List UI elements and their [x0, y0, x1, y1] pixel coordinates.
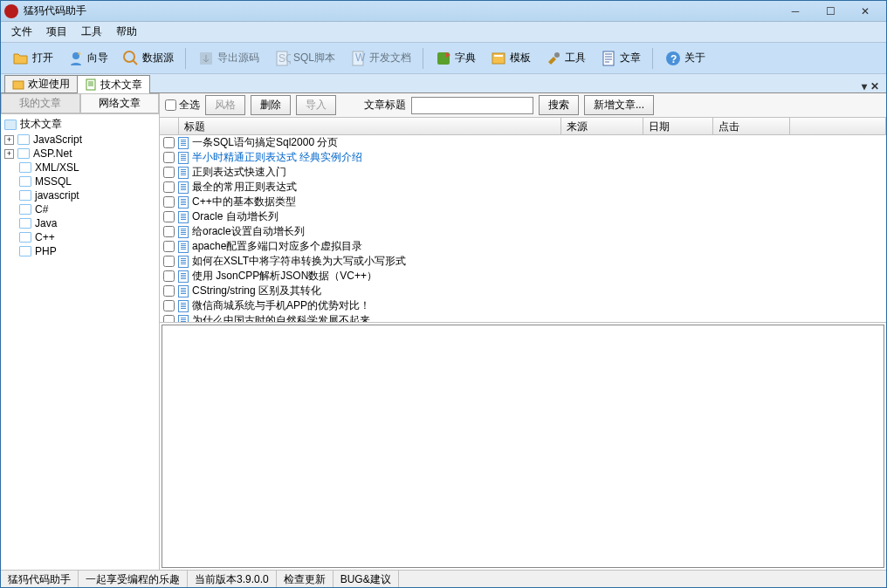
- minimize-button[interactable]: ─: [778, 2, 813, 21]
- row-checkbox[interactable]: [163, 285, 175, 297]
- document-tabs: 欢迎使用技术文章 ▾ ✕: [1, 74, 886, 93]
- search-button[interactable]: 搜索: [539, 95, 579, 115]
- article-row[interactable]: C++中的基本数据类型: [160, 195, 886, 209]
- article-row[interactable]: apache配置多端口对应多个虚拟目录: [160, 239, 886, 254]
- tree-node-javascript[interactable]: javascript: [3, 188, 157, 202]
- menu-项目[interactable]: 项目: [39, 22, 74, 42]
- article-row[interactable]: 一条SQL语句搞定Sql2000 分页: [160, 135, 886, 150]
- svg-text:W: W: [355, 51, 366, 64]
- expand-icon[interactable]: +: [4, 135, 14, 145]
- tabs-close-icon[interactable]: ✕: [870, 80, 879, 92]
- article-title: C++中的基本数据类型: [192, 195, 296, 209]
- lefttab-我的文章[interactable]: 我的文章: [1, 93, 80, 113]
- row-checkbox[interactable]: [163, 181, 175, 193]
- article-title: 微信商城系统与手机APP的优势对比！: [192, 298, 370, 313]
- tabs-dropdown-icon[interactable]: ▾: [862, 80, 867, 92]
- status-bar: 猛犸代码助手一起享受编程的乐趣当前版本3.9.0.0检查更新BUG&建议: [1, 570, 886, 587]
- col-check[interactable]: [160, 118, 179, 134]
- article-grid: 标题 来源 日期 点击 一条SQL语句搞定Sql2000 分页半小时精通正则表达…: [160, 118, 886, 323]
- tree-node-C#[interactable]: C#: [3, 202, 157, 216]
- datasource-button[interactable]: 数据源: [116, 46, 180, 71]
- close-button[interactable]: ✕: [848, 2, 883, 21]
- document-icon: [178, 211, 189, 223]
- article-row[interactable]: 半小时精通正则表达式 经典实例介绍: [160, 150, 886, 165]
- tree-node-ASP.Net[interactable]: +ASP.Net: [3, 147, 157, 161]
- select-all-checkbox[interactable]: 全选: [165, 98, 200, 113]
- svg-point-0: [72, 52, 79, 59]
- tools-button[interactable]: 工具: [539, 46, 592, 71]
- tree-node-XML/XSL[interactable]: XML/XSL: [3, 161, 157, 174]
- article-row[interactable]: 最全的常用正则表达式: [160, 180, 886, 195]
- document-icon: [178, 196, 189, 209]
- article-title: CString/string 区别及其转化: [192, 284, 321, 298]
- col-source[interactable]: 来源: [561, 118, 643, 134]
- folder-icon: [4, 120, 17, 130]
- folder-icon: [19, 162, 31, 173]
- article-row[interactable]: 为什么中国古时的自然科学发展不起来: [160, 313, 886, 322]
- devdoc-icon: W: [349, 50, 367, 67]
- row-checkbox[interactable]: [163, 196, 175, 208]
- tree-root[interactable]: 技术文章: [3, 116, 157, 133]
- select-all-input[interactable]: [165, 99, 176, 111]
- maximize-button[interactable]: ☐: [813, 2, 848, 21]
- dict-label: 字典: [455, 51, 476, 65]
- about-button[interactable]: ?关于: [658, 46, 712, 71]
- app-icon: [4, 4, 18, 18]
- wizard-button[interactable]: 向导: [61, 46, 114, 71]
- delete-button[interactable]: 删除: [251, 95, 291, 115]
- col-hits[interactable]: 点击: [713, 118, 790, 134]
- article-row[interactable]: 正则表达式快速入门: [160, 165, 886, 180]
- menu-文件[interactable]: 文件: [4, 22, 39, 42]
- tab-欢迎使用[interactable]: 欢迎使用: [4, 75, 78, 92]
- status-cell-4[interactable]: BUG&建议: [333, 571, 399, 587]
- open-button[interactable]: 打开: [6, 46, 59, 71]
- article-title: Oracle 自动增长列: [192, 209, 278, 224]
- row-checkbox[interactable]: [163, 256, 175, 267]
- tree-node-Java[interactable]: Java: [3, 216, 157, 230]
- row-checkbox[interactable]: [163, 315, 175, 322]
- tree-node-JavaScript[interactable]: +JavaScript: [3, 133, 157, 147]
- article-button[interactable]: 文章: [594, 46, 647, 71]
- article-row[interactable]: 如何在XSLT中将字符串转换为大写或小写形式: [160, 254, 886, 269]
- tree-node-C++[interactable]: C++: [3, 230, 157, 244]
- folder-icon: [17, 148, 30, 159]
- tree-node-PHP[interactable]: PHP: [3, 244, 157, 258]
- status-cell-3[interactable]: 检查更新: [277, 571, 333, 587]
- add-article-button[interactable]: 新增文章...: [584, 95, 654, 115]
- tree-node-MSSQL[interactable]: MSSQL: [3, 174, 157, 188]
- svg-rect-15: [86, 79, 95, 90]
- lefttab-网络文章[interactable]: 网络文章: [80, 93, 160, 113]
- title-search-input[interactable]: [411, 97, 533, 114]
- about-icon: ?: [664, 50, 682, 67]
- col-title[interactable]: 标题: [179, 118, 561, 134]
- row-checkbox[interactable]: [163, 241, 175, 252]
- row-checkbox[interactable]: [163, 152, 175, 163]
- document-icon: [178, 270, 189, 283]
- article-content[interactable]: [162, 325, 884, 568]
- row-checkbox[interactable]: [163, 137, 175, 148]
- sqlscript-label: SQL脚本: [293, 51, 335, 65]
- article-row[interactable]: CString/string 区别及其转化: [160, 284, 886, 298]
- row-checkbox[interactable]: [163, 167, 175, 178]
- folder-icon: [19, 204, 31, 215]
- row-checkbox[interactable]: [163, 270, 175, 282]
- folder-icon: [19, 246, 31, 256]
- row-checkbox[interactable]: [163, 211, 175, 222]
- row-checkbox[interactable]: [163, 226, 175, 237]
- article-title: 给oracle设置自动增长列: [192, 224, 305, 239]
- article-row[interactable]: Oracle 自动增长列: [160, 209, 886, 224]
- expand-icon[interactable]: +: [4, 149, 14, 159]
- row-checkbox[interactable]: [163, 300, 175, 311]
- grid-body[interactable]: 一条SQL语句搞定Sql2000 分页半小时精通正则表达式 经典实例介绍正则表达…: [160, 135, 886, 322]
- article-row[interactable]: 使用 JsonCPP解析JSON数据（VC++）: [160, 269, 886, 284]
- menu-工具[interactable]: 工具: [74, 22, 109, 42]
- article-icon: [600, 50, 617, 67]
- dict-button[interactable]: 字典: [429, 46, 482, 71]
- tools-icon: [545, 50, 562, 67]
- tab-技术文章[interactable]: 技术文章: [77, 75, 150, 93]
- menu-帮助[interactable]: 帮助: [109, 22, 144, 42]
- col-date[interactable]: 日期: [643, 118, 713, 134]
- article-row[interactable]: 给oracle设置自动增长列: [160, 224, 886, 239]
- template-button[interactable]: 模板: [484, 46, 537, 71]
- article-row[interactable]: 微信商城系统与手机APP的优势对比！: [160, 298, 886, 313]
